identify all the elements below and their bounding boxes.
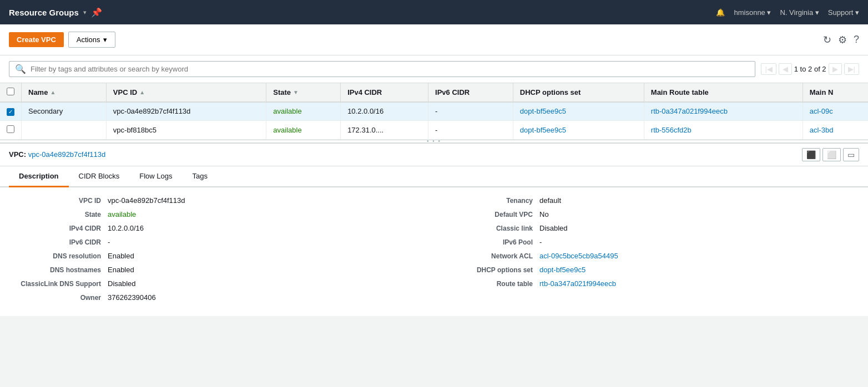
detail-field-value: Disabled xyxy=(539,224,568,232)
col-header-ipv4cidr[interactable]: IPv4 CIDR xyxy=(341,83,428,102)
create-vpc-button[interactable]: Create VPC xyxy=(9,32,64,47)
tab-tags[interactable]: Tags xyxy=(182,166,217,187)
detail-field-label: IPv6 Pool xyxy=(445,238,539,246)
row-checkbox[interactable]: ✓ xyxy=(7,108,14,116)
detail-field-row: State available xyxy=(13,210,423,218)
mainn-cell: acl-09c xyxy=(803,102,868,120)
layout-split-button[interactable]: ⬜ xyxy=(822,148,841,161)
col-header-ipv6cidr[interactable]: IPv6 CIDR xyxy=(428,83,513,102)
table-body: ✓Secondaryvpc-0a4e892b7cf4f113davailable… xyxy=(0,102,868,139)
table-row[interactable]: vpc-bf818bc5available172.31.0....-dopt-b… xyxy=(0,120,868,139)
col-header-state[interactable]: State▼ xyxy=(266,83,341,102)
col-header-routetable[interactable]: Main Route table xyxy=(644,83,803,102)
dhcp-cell: dopt-bf5ee9c5 xyxy=(513,102,644,120)
col-header-dhcp[interactable]: DHCP options set xyxy=(513,83,644,102)
select-all-checkbox[interactable] xyxy=(7,88,14,95)
support-menu[interactable]: Support ▾ xyxy=(828,8,859,17)
detail-left-column: VPC ID vpc-0a4e892b7cf4f113d State avail… xyxy=(13,196,423,307)
detail-field-value: Disabled xyxy=(108,279,136,288)
detail-header: VPC: vpc-0a4e892b7cf4f113d ⬛ ⬜ ▭ xyxy=(0,144,868,166)
user-menu[interactable]: hmisonne ▾ xyxy=(734,8,771,17)
detail-vpc-id[interactable]: vpc-0a4e892b7cf4f113d xyxy=(28,150,106,159)
first-page-button[interactable]: |◀ xyxy=(761,63,776,75)
detail-field-value: default xyxy=(539,196,561,205)
nav-right: 🔔 hmisonne ▾ N. Virginia ▾ Support ▾ xyxy=(716,8,859,17)
search-input-wrapper: 🔍 xyxy=(9,61,755,77)
detail-field-label: DHCP options set xyxy=(445,266,539,274)
detail-field-row: IPv6 Pool - xyxy=(445,238,855,246)
pagination-info: 1 to 2 of 2 xyxy=(794,65,826,73)
detail-field-row: IPv4 CIDR 10.2.0.0/16 xyxy=(13,224,423,232)
tab-description[interactable]: Description xyxy=(9,166,69,187)
prev-page-button[interactable]: ◀ xyxy=(779,63,792,75)
routetable-cell: rtb-0a347a021f994eecb xyxy=(644,102,803,120)
col-header-vpcid[interactable]: VPC ID▲ xyxy=(106,83,266,102)
detail-field-row: DHCP options set dopt-bf5ee9c5 xyxy=(445,266,855,274)
dhcp-cell-link[interactable]: dopt-bf5ee9c5 xyxy=(520,107,566,115)
ipv4-cell: 172.31.0.... xyxy=(341,120,428,139)
detail-field-row: Route table rtb-0a347a021f994eecb xyxy=(445,279,855,288)
tab-cidr-blocks[interactable]: CIDR Blocks xyxy=(69,166,130,187)
next-page-button[interactable]: ▶ xyxy=(829,63,842,75)
drag-handle-dots: • • • xyxy=(427,138,441,144)
select-all-header[interactable] xyxy=(0,83,22,102)
table-header: Name▲ VPC ID▲ State▼ IPv4 CIDR IPv6 CIDR… xyxy=(0,83,868,102)
ipv4-cell: 10.2.0.0/16 xyxy=(341,102,428,120)
nav-title[interactable]: Resource Groups xyxy=(9,8,79,17)
detail-field-row: DNS resolution Enabled xyxy=(13,252,423,260)
detail-tabs-bar: DescriptionCIDR BlocksFlow LogsTags xyxy=(0,166,868,187)
detail-field-value[interactable]: acl-09c5bce5cb9a54495 xyxy=(539,252,618,260)
detail-field-label: Classic link xyxy=(445,225,539,232)
routetable-cell-link[interactable]: rtb-0a347a021f994eecb xyxy=(651,107,728,115)
tab-flow-logs[interactable]: Flow Logs xyxy=(129,166,182,187)
row-checkbox[interactable] xyxy=(7,125,14,133)
detail-panel: VPC: vpc-0a4e892b7cf4f113d ⬛ ⬜ ▭ Descrip… xyxy=(0,143,868,316)
detail-field-value[interactable]: rtb-0a347a021f994eecb xyxy=(539,279,616,288)
nav-dropdown-arrow[interactable]: ▾ xyxy=(83,9,87,16)
detail-right-column: Tenancy default Default VPC No Classic l… xyxy=(445,196,855,307)
detail-field-row: Network ACL acl-09c5bce5cb9a54495 xyxy=(445,252,855,260)
mainn-cell: acl-3bd xyxy=(803,120,868,139)
actions-button[interactable]: Actions ▾ xyxy=(68,32,116,48)
region-menu[interactable]: N. Virginia ▾ xyxy=(780,8,819,17)
ipv6-cell: - xyxy=(428,120,513,139)
name-cell: Secondary xyxy=(22,102,107,120)
nav-left: Resource Groups ▾ 📌 xyxy=(9,7,102,18)
name-cell xyxy=(22,120,107,139)
detail-field-value: available xyxy=(108,210,136,218)
search-input[interactable] xyxy=(31,65,749,73)
detail-field-row: Owner 376262390406 xyxy=(13,293,423,302)
detail-field-value: - xyxy=(108,238,110,246)
settings-button[interactable]: ⚙ xyxy=(838,34,847,46)
detail-field-label: State xyxy=(13,211,108,218)
dhcp-cell: dopt-bf5ee9c5 xyxy=(513,120,644,139)
routetable-cell: rtb-556cfd2b xyxy=(644,120,803,139)
detail-field-value[interactable]: dopt-bf5ee9c5 xyxy=(539,266,586,274)
col-header-mainn[interactable]: Main N xyxy=(803,83,868,102)
last-page-button[interactable]: ▶| xyxy=(844,63,859,75)
refresh-button[interactable]: ↻ xyxy=(823,34,831,46)
routetable-cell-link[interactable]: rtb-556cfd2b xyxy=(651,126,692,134)
state-value: available xyxy=(273,107,301,115)
detail-content: VPC ID vpc-0a4e892b7cf4f113d State avail… xyxy=(0,187,868,316)
detail-field-row: ClassicLink DNS Support Disabled xyxy=(13,279,423,288)
dhcp-cell-link[interactable]: dopt-bf5ee9c5 xyxy=(520,126,566,134)
toolbar-left: Create VPC Actions ▾ xyxy=(9,32,115,48)
notification-bell-icon[interactable]: 🔔 xyxy=(716,8,725,17)
mainn-cell-link[interactable]: acl-3bd xyxy=(810,126,834,134)
col-header-name[interactable]: Name▲ xyxy=(22,83,107,102)
search-icon: 🔍 xyxy=(15,64,26,74)
mainn-cell-link[interactable]: acl-09c xyxy=(810,107,833,115)
toolbar-right: ↻ ⚙ ? xyxy=(823,34,859,46)
layout-bottom-button[interactable]: ▭ xyxy=(843,148,859,161)
detail-field-label: DNS hostnames xyxy=(13,266,108,274)
nav-pin-icon[interactable]: 📌 xyxy=(91,7,102,18)
layout-full-button[interactable]: ⬛ xyxy=(802,148,820,161)
top-navigation: Resource Groups ▾ 📌 🔔 hmisonne ▾ N. Virg… xyxy=(0,0,868,24)
vpcid-cell: vpc-0a4e892b7cf4f113d xyxy=(106,102,266,120)
state-cell: available xyxy=(266,120,341,139)
detail-field-label: IPv6 CIDR xyxy=(13,238,108,246)
detail-field-value: No xyxy=(539,210,549,218)
table-row[interactable]: ✓Secondaryvpc-0a4e892b7cf4f113davailable… xyxy=(0,102,868,120)
help-button[interactable]: ? xyxy=(854,34,859,45)
